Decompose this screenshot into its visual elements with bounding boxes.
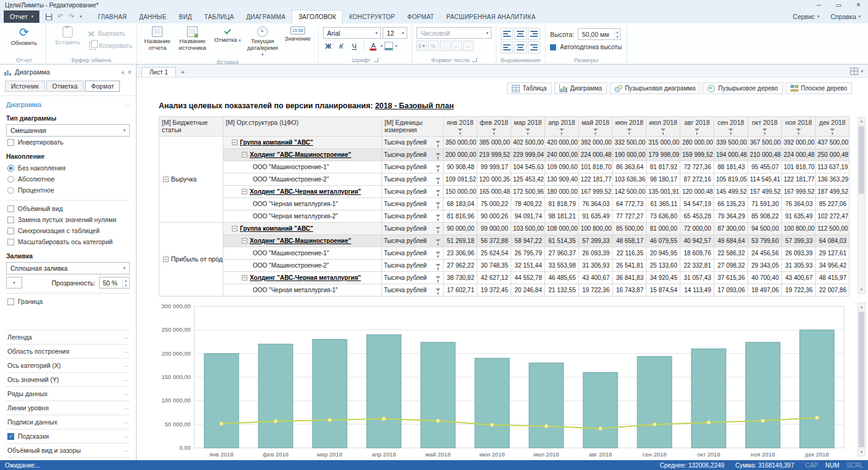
bold-button[interactable]: Ж [323,41,334,52]
value-cell[interactable]: 18 497,06 [748,284,782,297]
value-cell[interactable]: 54 547,19 [680,198,714,210]
value-cell[interactable]: 172 500,96 [511,186,545,198]
font-family-select[interactable]: Arial▾ [323,27,381,39]
filter-icon[interactable] [436,276,440,279]
bar[interactable] [746,342,780,448]
chart-scrollbar[interactable]: ▲ ▼ [858,303,866,456]
value-cell[interactable]: 86 363,64 [613,161,647,173]
value-cell[interactable]: 101 818,70 [782,161,816,173]
value-cell[interactable]: 33 553,98 [545,260,579,272]
ribbon-tab-ДИАГРАММА[interactable]: ДИАГРАММА [240,10,292,23]
panel-tab-Отметка[interactable]: Отметка [46,81,84,92]
month-header[interactable]: авг 2018 [680,117,714,137]
bar[interactable] [258,344,293,448]
value-cell[interactable]: 26 795,79 [511,247,545,260]
panel-tab-Формат[interactable]: Формат [85,81,120,92]
filter-icon[interactable] [436,202,440,205]
value-cell[interactable]: 100 800,00 [579,223,613,235]
value-cell[interactable]: 49 684,64 [714,235,748,247]
unit-cell[interactable]: Тысяча рублей [382,161,444,173]
align-right-button[interactable] [528,41,540,54]
filter-icon[interactable] [695,129,699,131]
autofit-checkbox[interactable] [550,44,556,50]
org-cell[interactable]: ООО "Черная металлургия-1" [223,284,382,297]
panel-section-Легенда[interactable]: Легенда— [6,330,130,344]
filter-icon[interactable] [436,178,440,180]
value-cell[interactable]: 43 400,67 [782,272,816,284]
value-cell[interactable]: 25 133,60 [647,260,680,272]
value-cell[interactable]: 31 305,93 [782,260,816,272]
filter-icon[interactable] [436,153,440,156]
month-header[interactable]: апр 2018 [545,117,579,137]
value-cell[interactable]: 34 956,42 [816,260,850,272]
value-cell[interactable]: 224 000,48 [782,149,816,161]
month-header[interactable]: май 2018 [579,117,613,137]
value-cell[interactable]: 51 269,18 [444,235,477,247]
stacking-option[interactable]: Процентное [6,185,130,196]
height-input[interactable]: 50,00 мм ▴▾ [578,28,621,40]
article-cell[interactable]: −Прибыль от продаж [159,223,223,297]
collapse-icon[interactable]: − [163,177,169,182]
value-cell[interactable]: 99 999,17 [477,161,511,173]
filter-icon[interactable] [796,129,801,131]
scroll-up-icon[interactable]: ▲ [860,303,864,311]
value-cell[interactable]: 109 091,52 [444,173,477,186]
value-cell[interactable]: 19 722,36 [782,284,816,297]
value-cell[interactable]: 20 246,84 [511,284,545,297]
view-button-table[interactable]: Таблица [507,82,551,94]
value-cell[interactable]: 31 305,93 [579,260,613,272]
add-sheet-button[interactable]: + [177,67,188,77]
fill-type-select[interactable]: Сплошная заливка ▾ [6,262,130,274]
value-cell[interactable]: 81 000,00 [647,223,680,235]
month-header[interactable]: окт 2018 [748,117,782,137]
ribbon-tab-ЗАГОЛОВОК[interactable]: ЗАГОЛОВОК [292,10,343,23]
value-button[interactable]: 15.58 Значение [282,25,314,42]
filter-icon[interactable] [458,129,463,131]
month-header[interactable]: ноя 2018 [782,117,816,137]
combo-chart[interactable]: 0,0050 000,00100 000,00150 000,00200 000… [159,303,849,460]
value-cell[interactable]: 90 908,48 [444,161,477,173]
value-cell[interactable]: 99 000,00 [477,223,511,235]
value-cell[interactable]: 103 500,00 [511,223,545,235]
month-header[interactable]: янв 2018 [444,117,477,137]
month-header[interactable]: сен 2018 [714,117,748,137]
stacking-option[interactable]: Без накопления [6,162,130,173]
value-cell[interactable]: 30 748,35 [477,260,511,272]
value-cell[interactable]: 40 700,40 [748,272,782,284]
panel-section-Область построения[interactable]: Область построения— [6,344,130,358]
filter-icon[interactable] [559,129,564,131]
value-cell[interactable]: 29 127,61 [816,247,850,260]
bar[interactable] [367,335,401,448]
bar[interactable] [475,358,509,448]
value-cell[interactable]: 104 545,63 [511,161,545,173]
org-cell[interactable]: −Группа компаний "АВС" [223,223,382,235]
value-cell[interactable]: 18 609,76 [680,247,714,260]
unit-cell[interactable]: Тысяча рублей [382,272,444,284]
bar[interactable] [637,356,672,448]
value-cell[interactable]: 105 819,05 [714,173,748,186]
font-size-select[interactable]: 12▾ [383,27,407,39]
value-cell[interactable]: 229 999,04 [511,149,545,161]
underline-button[interactable]: Ч [349,41,360,52]
option-checkbox[interactable]: Объёмный вид [6,203,130,214]
value-cell[interactable]: 95 455,07 [748,161,782,173]
value-cell[interactable]: 367 500,00 [748,137,782,149]
line-point[interactable] [436,419,440,423]
value-cell[interactable]: 120 000,35 [477,173,511,186]
scroll-down-icon[interactable]: ▼ [860,286,864,293]
value-cell[interactable]: 53 799,60 [748,235,782,247]
value-cell[interactable]: 76 364,03 [579,198,613,210]
value-cell[interactable]: 167 999,52 [782,186,816,198]
value-cell[interactable]: 150 000,00 [444,186,477,198]
stacking-option[interactable]: Абсолютное [6,173,130,185]
unit-cell[interactable]: Тысяча рублей [382,260,444,272]
chevron-down-icon[interactable]: ▾ [861,69,863,74]
ribbon-tab-ВИД[interactable]: ВИД [173,10,198,23]
line-point[interactable] [220,422,223,426]
font-color-button[interactable]: А [368,41,379,52]
option-checkbox[interactable]: Синхронизация с таблицей [6,225,130,236]
org-cell[interactable]: −Группа компаний "АВС" [223,137,382,149]
value-cell[interactable]: 130 909,40 [545,173,579,186]
value-cell[interactable]: 32 151,44 [511,260,545,272]
value-cell[interactable]: 90 000,00 [444,223,477,235]
